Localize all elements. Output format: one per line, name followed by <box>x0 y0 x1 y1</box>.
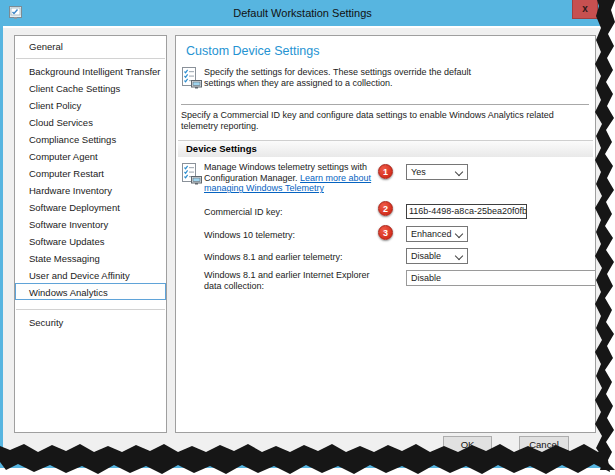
win81-ie-dropdown[interactable]: Disable <box>406 270 596 286</box>
custom-device-settings-panel: Custom Device Settings Specify the setti… <box>175 35 596 433</box>
ok-button[interactable]: OK <box>443 436 492 454</box>
titlebar: Default Workstation Settings x <box>0 0 605 26</box>
cancel-button[interactable]: Cancel <box>519 436 569 454</box>
sidebar-separator <box>16 58 165 59</box>
sidebar-item-hardware-inventory[interactable]: Hardware Inventory <box>15 181 166 198</box>
sidebar-item-general[interactable]: General <box>15 36 166 56</box>
sidebar-item-client-policy[interactable]: Client Policy <box>15 96 166 113</box>
settings-nav-list: GeneralBackground Intelligent TransferCl… <box>14 35 167 433</box>
win10-telemetry-label: Windows 10 telemetry: <box>204 230 295 241</box>
sidebar-item-security[interactable]: Security <box>15 313 166 330</box>
separator-line <box>181 104 589 105</box>
annotation-badge-2: 2 <box>378 201 393 216</box>
device-settings-group-header: Device Settings <box>178 140 593 157</box>
win10-telemetry-dropdown[interactable]: Enhanced <box>406 226 468 242</box>
sidebar-item-user-and-device-affinity[interactable]: User and Device Affinity <box>15 266 166 283</box>
panel-intro-text: Specify the settings for devices. These … <box>204 67 504 89</box>
commercial-id-label: Commercial ID key: <box>204 207 283 218</box>
manage-telemetry-dropdown[interactable]: Yes <box>406 164 468 180</box>
chevron-down-icon <box>455 168 463 176</box>
commercial-id-input[interactable]: 116b-4498-a8ca-25bea20f0fb5 <box>406 204 527 219</box>
sidebar-item-windows-analytics[interactable]: Windows Analytics <box>15 283 166 300</box>
sidebar-item-software-updates[interactable]: Software Updates <box>15 232 166 249</box>
chevron-down-icon <box>455 230 463 238</box>
sidebar-item-software-deployment[interactable]: Software Deployment <box>15 198 166 215</box>
annotation-badge-1: 1 <box>378 164 393 179</box>
default-workstation-settings-dialog: Default Workstation Settings x GeneralBa… <box>0 0 605 468</box>
win81-ie-label: Windows 8.1 and earlier Internet Explore… <box>204 270 386 291</box>
win81-telemetry-dropdown[interactable]: Disable <box>406 248 468 264</box>
window-title: Default Workstation Settings <box>0 0 605 26</box>
sidebar-item-computer-restart[interactable]: Computer Restart <box>15 164 166 181</box>
sidebar-item-compliance-settings[interactable]: Compliance Settings <box>15 130 166 147</box>
manage-telemetry-label: Manage Windows telemetry settings with C… <box>204 162 378 194</box>
panel-title: Custom Device Settings <box>186 44 319 58</box>
sidebar-item-cloud-services[interactable]: Cloud Services <box>15 113 166 130</box>
sidebar-item-client-cache-settings[interactable]: Client Cache Settings <box>15 79 166 96</box>
sidebar-separator <box>16 309 165 310</box>
panel-description-text: Specify a Commercial ID key and configur… <box>181 110 585 131</box>
sidebar-item-software-inventory[interactable]: Software Inventory <box>15 215 166 232</box>
close-button[interactable]: x <box>572 0 598 19</box>
screenshot-root: Default Workstation Settings x GeneralBa… <box>0 0 615 475</box>
sidebar-item-computer-agent[interactable]: Computer Agent <box>15 147 166 164</box>
sidebar-item-background-intelligent-transfer[interactable]: Background Intelligent Transfer <box>15 62 166 79</box>
win81-telemetry-label: Windows 8.1 and earlier telemetry: <box>204 252 343 263</box>
sidebar-item-state-messaging[interactable]: State Messaging <box>15 249 166 266</box>
annotation-badge-3: 3 <box>378 225 393 240</box>
dialog-body: GeneralBackground Intelligent TransferCl… <box>3 26 602 463</box>
telemetry-checklist-icon <box>182 163 202 185</box>
device-settings-checklist-icon <box>182 67 202 89</box>
chevron-down-icon <box>455 252 463 260</box>
